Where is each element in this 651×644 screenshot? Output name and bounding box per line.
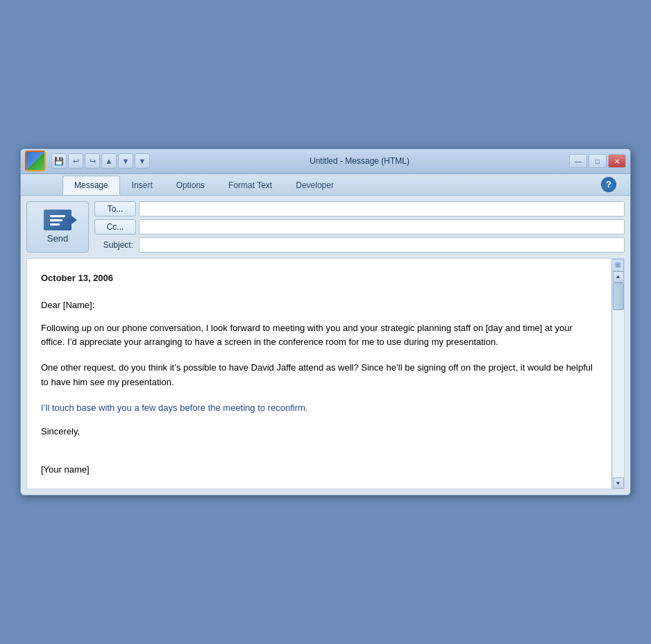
scroll-top-icon[interactable]: ⊞ — [611, 259, 624, 271]
email-content[interactable]: October 13, 2006 Dear [Name]: Following … — [27, 259, 611, 489]
save-button[interactable]: 💾 — [51, 153, 67, 169]
close-button[interactable]: ✕ — [608, 154, 626, 168]
tab-format-text[interactable]: Format Text — [217, 176, 284, 195]
send-button[interactable]: Send — [26, 201, 89, 253]
scroll-down-button[interactable]: ▼ — [613, 477, 624, 489]
email-header: Send To... Cc... Subject: — [21, 196, 630, 258]
up-button[interactable]: ▲ — [101, 153, 117, 169]
email-body-container: ⊞ ▲ ▼ October 13, 2006 Dear [Name]: Foll… — [26, 258, 625, 490]
subject-input[interactable] — [139, 237, 625, 253]
window-controls: — □ ✕ — [569, 154, 626, 168]
window-title: Untitled - Message (HTML) — [153, 156, 566, 166]
undo-button[interactable]: ↩ — [68, 153, 83, 169]
icon-line-1 — [50, 215, 65, 217]
scroll-up-button[interactable]: ▲ — [613, 271, 624, 282]
to-button[interactable]: To... — [94, 201, 136, 217]
subject-row: Subject: — [94, 237, 625, 253]
to-input[interactable] — [139, 201, 625, 217]
tab-options[interactable]: Options — [164, 176, 217, 195]
email-paragraph-1: Following up on our phone conversation, … — [41, 321, 595, 350]
maximize-button[interactable]: □ — [589, 154, 607, 168]
outlook-window: 💾 ↩ ↪ ▲ ▼ ▼ Untitled - Message (HTML) — … — [20, 149, 631, 496]
title-bar: 💾 ↩ ↪ ▲ ▼ ▼ Untitled - Message (HTML) — … — [21, 149, 630, 174]
email-paragraph-2: One other request, do you think it’s pos… — [41, 361, 595, 390]
email-paragraph-3: I’ll touch base with you a few days befo… — [41, 401, 595, 416]
subject-label: Subject: — [94, 240, 136, 250]
email-date: October 13, 2006 — [41, 273, 595, 283]
icon-line-2 — [50, 219, 62, 221]
tab-insert[interactable]: Insert — [120, 176, 164, 195]
email-closing: Sincerely, — [41, 426, 595, 437]
send-label: Send — [47, 233, 68, 244]
customize-qat-button[interactable]: ▼ — [135, 153, 150, 169]
down-button[interactable]: ▼ — [118, 153, 133, 169]
email-salutation: Dear [Name]: — [41, 300, 595, 310]
to-row: To... — [94, 201, 625, 217]
tab-message[interactable]: Message — [62, 176, 120, 195]
address-fields: To... Cc... Subject: — [94, 196, 630, 258]
icon-line-3 — [50, 223, 60, 226]
quick-access-toolbar: 💾 ↩ ↪ ▲ ▼ ▼ — [51, 153, 150, 169]
redo-button[interactable]: ↪ — [85, 153, 100, 169]
scroll-thumb[interactable] — [613, 282, 624, 310]
cc-row: Cc... — [94, 219, 625, 235]
ribbon-tabs: Message Insert Options Format Text Devel… — [21, 174, 630, 196]
send-icon — [44, 210, 71, 230]
office-logo — [25, 151, 46, 171]
cc-button[interactable]: Cc... — [94, 219, 136, 235]
help-icon[interactable]: ? — [601, 177, 616, 192]
scrollbar: ▲ ▼ — [611, 271, 624, 489]
cc-input[interactable] — [139, 219, 625, 235]
email-signature: [Your name] — [41, 464, 595, 475]
minimize-button[interactable]: — — [569, 154, 587, 168]
scroll-track — [613, 282, 624, 478]
tab-developer[interactable]: Developer — [284, 176, 346, 195]
